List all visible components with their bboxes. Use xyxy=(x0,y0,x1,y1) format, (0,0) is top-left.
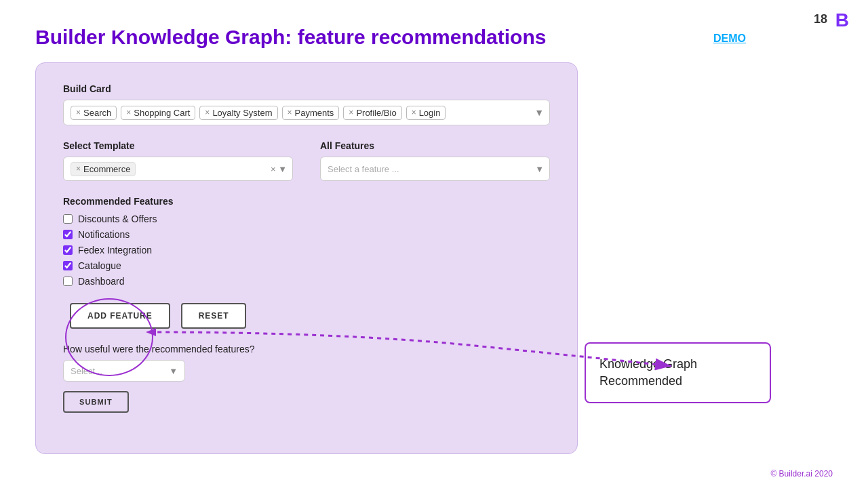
checkbox-discounts[interactable]: Discounts & Offers xyxy=(63,214,550,224)
add-feature-button[interactable]: ADD FEATURE xyxy=(70,303,170,329)
demo-link[interactable]: DEMO xyxy=(713,33,746,45)
all-features-placeholder: Select a feature ... xyxy=(328,164,399,174)
tag-payments[interactable]: × Payments xyxy=(282,106,340,120)
tag-search[interactable]: × Search xyxy=(71,106,117,120)
build-card-label: Build Card xyxy=(63,83,550,94)
kg-callout: Knowledge Graph Recommended xyxy=(585,342,771,403)
all-features-label: All Features xyxy=(320,140,550,151)
checkbox-dashboard-label: Dashboard xyxy=(78,276,125,287)
checkbox-fedex-label: Fedex Integration xyxy=(78,245,152,256)
all-features-arrow[interactable]: ▼ xyxy=(535,164,544,174)
feedback-label: How useful were the recommended features… xyxy=(63,344,550,354)
tag-login[interactable]: × Login xyxy=(406,106,446,120)
tag-shopping-cart[interactable]: × Shopping Cart xyxy=(121,106,195,120)
checkbox-discounts-label: Discounts & Offers xyxy=(78,214,157,224)
select-template-input[interactable]: × Ecommerce × ▼ xyxy=(63,157,293,181)
template-dropdown-arrow[interactable]: × ▼ xyxy=(271,164,287,174)
feedback-placeholder: Select... xyxy=(71,366,169,376)
footer: © Builder.ai 2020 xyxy=(770,469,833,479)
checkbox-catalogue-label: Catalogue xyxy=(78,260,121,271)
recommended-label: Recommended Features xyxy=(63,196,550,207)
all-features-input[interactable]: Select a feature ... ▼ xyxy=(320,157,550,181)
feedback-select[interactable]: Select... ▼ xyxy=(63,360,185,382)
checkbox-dashboard[interactable]: Dashboard xyxy=(63,276,550,287)
checkbox-fedex[interactable]: Fedex Integration xyxy=(63,245,550,256)
template-tag-ecommerce[interactable]: × Ecommerce xyxy=(71,162,136,176)
page-title: Builder Knowledge Graph: feature recomme… xyxy=(35,26,546,49)
feedback-section: How useful were the recommended features… xyxy=(63,344,550,413)
checkbox-catalogue[interactable]: Catalogue xyxy=(63,260,550,271)
checkbox-notifications-input[interactable] xyxy=(63,230,73,239)
page-number: 18 xyxy=(814,12,827,26)
build-card-tags[interactable]: × Search × Shopping Cart × Loyalty Syste… xyxy=(63,100,550,125)
checkbox-list: Discounts & Offers Notifications Fedex I… xyxy=(63,214,550,287)
select-template-label: Select Template xyxy=(63,140,293,151)
tag-profile-bio[interactable]: × Profile/Bio xyxy=(343,106,401,120)
checkbox-dashboard-input[interactable] xyxy=(63,277,73,286)
checkbox-catalogue-input[interactable] xyxy=(63,261,73,270)
tags-dropdown-arrow[interactable]: ▼ xyxy=(534,107,544,118)
action-buttons: ADD FEATURE RESET xyxy=(63,303,550,329)
builder-logo: B xyxy=(835,9,849,31)
checkbox-notifications-label: Notifications xyxy=(78,229,130,240)
submit-button[interactable]: SUBMIT xyxy=(63,391,129,413)
main-card: Build Card × Search × Shopping Cart × Lo… xyxy=(35,62,578,454)
recommended-features-section: Recommended Features Discounts & Offers … xyxy=(63,196,550,287)
reset-button[interactable]: RESET xyxy=(181,303,247,329)
checkbox-notifications[interactable]: Notifications xyxy=(63,229,550,240)
checkbox-discounts-input[interactable] xyxy=(63,214,73,224)
checkbox-fedex-input[interactable] xyxy=(63,245,73,255)
feedback-arrow[interactable]: ▼ xyxy=(169,366,178,376)
tag-loyalty-system[interactable]: × Loyalty System xyxy=(199,106,277,120)
